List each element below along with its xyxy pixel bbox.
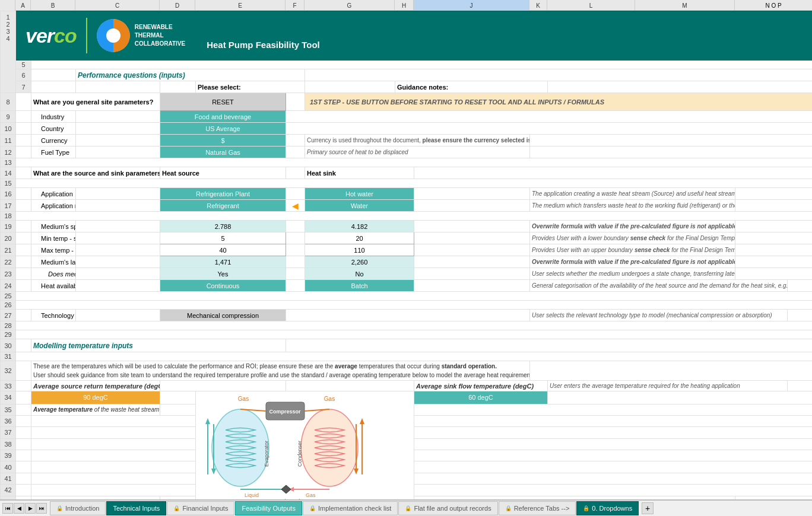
tab-reference[interactable]: 🔒 Reference Tabs --> xyxy=(499,501,576,515)
row-34[interactable]: 34 90 degC Gas Gas xyxy=(1,391,813,404)
spreadsheet-page: A B C D E F G H J K L M N O P xyxy=(0,0,812,516)
tab-feasibility-outputs-label: Feasibility Outputs xyxy=(242,505,295,512)
industry-value[interactable]: Food and beverage xyxy=(160,111,286,123)
svg-marker-27 xyxy=(360,418,364,424)
tab-implementation[interactable]: 🔒 Implementation check list xyxy=(303,501,398,515)
source-medium[interactable]: Refrigerant xyxy=(160,200,286,212)
sink-latent[interactable]: 2,260 xyxy=(305,256,414,268)
tab-scroll-right-last[interactable]: ⏭ xyxy=(36,503,47,514)
sink-flow-guidance: User enters the average temperature requ… xyxy=(548,381,788,391)
technology-label: Technology type xyxy=(31,310,76,321)
source-latent[interactable]: 1,471 xyxy=(160,256,286,268)
sink-min-temp[interactable]: 20 xyxy=(305,232,414,244)
add-sheet-button[interactable]: + xyxy=(642,502,654,514)
header-row: 1234 verco xyxy=(1,11,813,60)
min-temp-label: Min temp - sense check only (degC)sense … xyxy=(31,232,76,244)
tab-scroll-right[interactable]: ▶ xyxy=(25,503,36,514)
row-12: 12 Fuel Type Natural Gas Primary source … xyxy=(1,146,813,158)
sink-state-change[interactable]: No xyxy=(305,268,414,280)
sink-medium[interactable]: Water xyxy=(305,200,414,212)
sink-flow-input[interactable]: 60 degC xyxy=(414,391,548,404)
country-value[interactable]: US Average xyxy=(160,123,286,135)
col-header-e: E xyxy=(195,0,286,11)
row-27: 27 Technology type Mechanical compressio… xyxy=(1,310,813,321)
source-max-temp[interactable]: 40 xyxy=(160,244,286,256)
lock-icon-ref: 🔒 xyxy=(505,505,512,511)
sink-flow-label: Average sink flow temperature (degC) xyxy=(414,381,548,391)
svg-marker-23 xyxy=(205,418,210,424)
verco-logo: verco xyxy=(26,24,77,47)
row-10: 10 Country US Average xyxy=(1,123,813,135)
row-33: 33 Average source return temperature (de… xyxy=(1,381,813,391)
row-11: 11 Currency $ Currency is used throughou… xyxy=(1,135,813,146)
sink-spec-heat[interactable]: 4.182 xyxy=(305,221,414,232)
source-application[interactable]: Refrigeration Plant xyxy=(160,188,286,200)
col-header-f: F xyxy=(286,0,304,11)
country-label: Country xyxy=(31,123,76,135)
source-return-input[interactable]: 90 degC xyxy=(31,391,160,404)
tab-scroll-left[interactable]: ◀ xyxy=(14,503,24,514)
row-32: 32 These are the temperatures which will… xyxy=(1,361,813,381)
svg-point-5 xyxy=(301,409,358,486)
source-return-guidance: Average temperature of the waste heat st… xyxy=(31,404,160,415)
lock-icon-ff: 🔒 xyxy=(405,505,411,511)
svg-text:Compressor: Compressor xyxy=(269,409,301,415)
reset-button[interactable]: RESET xyxy=(160,93,286,111)
latent-heat-label: Medium's latent heat (kJ/kg) xyxy=(31,256,76,268)
source-spec-heat[interactable]: 2.788 xyxy=(160,221,286,232)
svg-marker-25 xyxy=(354,469,359,474)
industry-label: Industry xyxy=(31,111,76,123)
row-16: 16 Application Refrigeration Plant Hot w… xyxy=(1,188,813,200)
guidance-notes-label: Guidance notes: xyxy=(395,81,548,93)
source-availability[interactable]: Continuous xyxy=(160,280,286,292)
please-select-label: Please select: xyxy=(196,81,305,93)
sink-max-temp[interactable]: 110 xyxy=(305,244,414,256)
min-temp-guidance: Provides User with a lower boundary sens… xyxy=(530,232,735,244)
tab-financial-inputs[interactable]: 🔒 Financial Inputs xyxy=(167,501,234,515)
svg-text:Gas: Gas xyxy=(324,396,335,402)
app-medium-label: Application medium xyxy=(31,200,76,212)
diagram-svg: Gas Gas xyxy=(196,391,398,499)
availability-guidance: General categorisation of the availabili… xyxy=(530,280,788,292)
svg-text:Gas: Gas xyxy=(306,492,316,498)
fuel-guidance: Primary source of heat to be displaced xyxy=(305,146,530,158)
lock-icon-fi: 🔒 xyxy=(173,505,180,511)
tab-scroll-left-first[interactable]: ⏮ xyxy=(2,503,13,514)
svg-point-4 xyxy=(212,409,269,486)
row-6: 6 Performance questions (inputs) xyxy=(1,69,813,81)
tab-implementation-label: Implementation check list xyxy=(318,505,392,512)
max-temp-guidance: Provides User with an upper boundary sen… xyxy=(530,244,735,256)
tab-dropdowns[interactable]: 🔒 0. Dropdowns xyxy=(576,501,639,515)
guidance-box: 1ST STEP - USE BUTTON BEFORE STARTING TO… xyxy=(305,93,813,111)
row-30: 30 Modelling temperature inputs xyxy=(1,339,813,352)
tab-introduction[interactable]: 🔒 Introduction xyxy=(50,501,106,515)
source-min-temp[interactable]: 5 xyxy=(160,232,286,244)
fuel-type-label: Fuel Type xyxy=(31,146,76,158)
section-heading-performance: Performance questions (inputs) xyxy=(76,69,305,81)
sink-availability[interactable]: Batch xyxy=(305,280,414,292)
tab-feasibility-outputs[interactable]: Feasibility Outputs xyxy=(235,501,302,515)
row-19: 19 Medium's specific heat capacity (kJ/k… xyxy=(1,221,813,232)
tab-technical-inputs[interactable]: Technical Inputs xyxy=(106,501,166,515)
sink-application[interactable]: Hot water xyxy=(305,188,414,200)
spec-heat-label: Medium's specific heat capacity (kJ/kg.K… xyxy=(31,221,76,232)
tab-flat-file[interactable]: 🔒 Flat file and output records xyxy=(398,501,497,515)
fuel-type-value[interactable]: Natural Gas xyxy=(160,146,286,158)
row-20: 20 Min temp - sense check only (degC)sen… xyxy=(1,232,813,244)
row-22: 22 Medium's latent heat (kJ/kg) 1,471 2,… xyxy=(1,256,813,268)
row-24: 24 Heat availability / demand Continuous… xyxy=(1,280,813,292)
technology-value[interactable]: Mechanical compression xyxy=(160,310,286,321)
row-23: 23 Does medium undergo state change? Yes… xyxy=(1,268,813,280)
svg-marker-18 xyxy=(281,485,291,493)
currency-value[interactable]: $ xyxy=(160,135,286,146)
row-8[interactable]: 8 What are you general site parameters? … xyxy=(1,93,813,111)
tab-bar: ⏮ ◀ ▶ ⏭ 🔒 Introduction Technical Inputs … xyxy=(0,499,812,516)
svg-text:Liquid: Liquid xyxy=(245,492,259,498)
col-header-l: L xyxy=(547,0,635,11)
row-14: 14 What are the source and sink paramete… xyxy=(1,167,813,179)
source-state-change[interactable]: Yes xyxy=(160,268,286,280)
max-temp-label: Max temp - sense check only (degC) xyxy=(31,244,76,256)
application-label: Application xyxy=(31,188,76,200)
source-return-label: Average source return temperature (degC) xyxy=(31,381,160,391)
svg-text:Evaporator: Evaporator xyxy=(264,441,269,467)
